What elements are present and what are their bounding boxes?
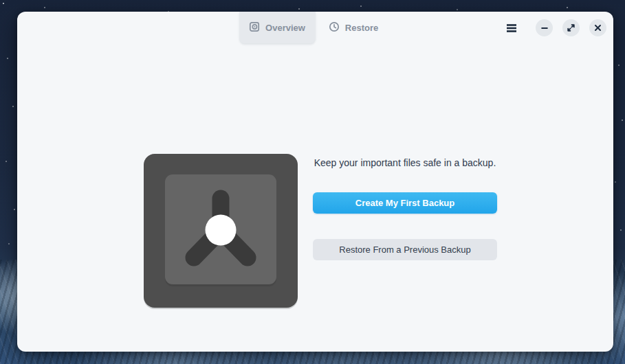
backup-app-window: Overview Restore: [17, 12, 613, 352]
headline-text: Keep your important files safe in a back…: [313, 156, 497, 170]
window-controls: [503, 12, 606, 44]
close-icon: [594, 24, 602, 32]
view-switcher: Overview Restore: [239, 12, 392, 43]
minimize-icon: [540, 24, 549, 32]
safe-overview-icon: [249, 21, 260, 34]
restore-previous-backup-button[interactable]: Restore From a Previous Backup: [313, 239, 497, 260]
tab-overview-label: Overview: [265, 23, 305, 33]
setup-panel: Keep your important files safe in a back…: [313, 156, 497, 170]
tab-restore-label: Restore: [345, 23, 378, 33]
minimize-button[interactable]: [536, 19, 553, 36]
overview-page: Keep your important files safe in a back…: [17, 44, 613, 352]
backup-safe-app-icon: [144, 154, 298, 309]
tab-restore[interactable]: Restore: [316, 12, 392, 43]
titlebar[interactable]: Overview Restore: [17, 12, 613, 44]
hamburger-menu-icon[interactable]: [503, 19, 520, 37]
maximize-button[interactable]: [562, 19, 580, 36]
maximize-expand-icon: [567, 23, 575, 32]
create-first-backup-button[interactable]: Create My First Backup: [313, 192, 497, 214]
wallpaper-stars: [3, 3, 4, 4]
tab-overview[interactable]: Overview: [239, 12, 316, 43]
close-button[interactable]: [589, 19, 606, 36]
restore-clock-icon: [329, 21, 340, 34]
